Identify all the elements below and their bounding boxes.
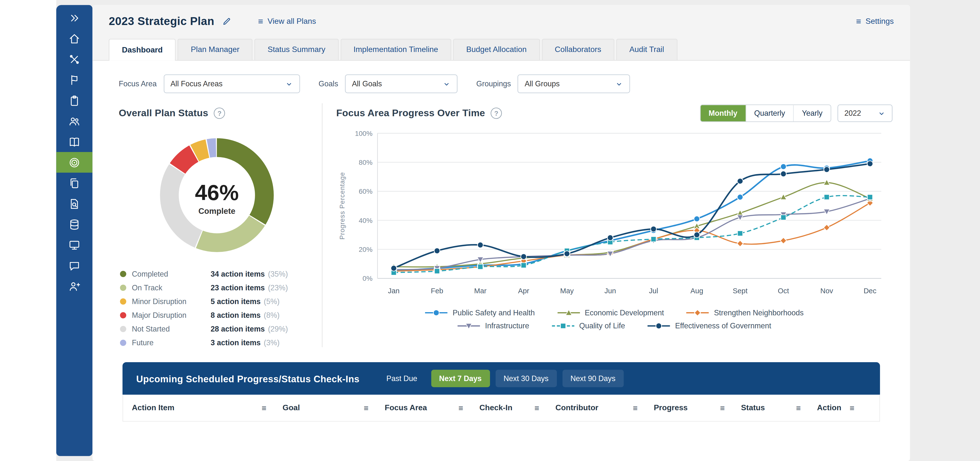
left-gutter — [0, 0, 56, 461]
legend-label: Major Disruption — [132, 311, 210, 320]
filter-groupings: GroupingsAll Groups — [476, 75, 630, 93]
tab-budget-allocation[interactable]: Budget Allocation — [453, 39, 540, 60]
legend-count: 23 action items — [211, 284, 265, 292]
settings-lines-icon: ≡ — [856, 17, 861, 26]
sidebar-item-user-plus[interactable] — [56, 276, 92, 297]
sidebar-item-tools[interactable] — [56, 49, 92, 69]
focus-area-select[interactable]: All Focus Areas — [164, 75, 300, 93]
page-title: 2023 Strategic Plan — [109, 15, 215, 28]
sidebar-item-copy[interactable] — [56, 172, 92, 193]
chart-controls: MonthlyQuarterlyYearly 2022 — [700, 104, 892, 122]
sidebar-item-flag[interactable] — [56, 69, 92, 90]
legend-percent: (23%) — [268, 284, 288, 292]
sidebar-item-database[interactable] — [56, 214, 92, 234]
svg-text:20%: 20% — [359, 246, 372, 253]
chart-legend-economic-development[interactable]: Economic Development — [557, 308, 664, 317]
svg-text:Jan: Jan — [388, 287, 399, 295]
tab-audit-trail[interactable]: Audit Trail — [616, 39, 677, 60]
column-menu-icon[interactable]: ≡ — [720, 403, 725, 412]
donut-chart-wrap: 46%Complete — [119, 131, 314, 260]
edit-plan-name-button[interactable] — [222, 16, 232, 26]
chart-legend-strengthen-neighborhoods[interactable]: Strengthen Neighborhoods — [686, 308, 803, 317]
column-header-action-item[interactable]: Action Item≡ — [132, 403, 283, 412]
range-toggle: MonthlyQuarterlyYearly — [700, 104, 831, 122]
legend-marker-icon — [648, 322, 670, 330]
chart-legend-public-safety-and-health[interactable]: Public Safety and Health — [425, 308, 535, 317]
checkins-filter-past-due[interactable]: Past Due — [378, 370, 425, 387]
svg-text:Oct: Oct — [778, 287, 789, 295]
sidebar-item-file-search[interactable] — [56, 193, 92, 214]
column-menu-icon[interactable]: ≡ — [850, 403, 854, 412]
legend-item-on-track: On Track23 action items(23%) — [120, 284, 314, 292]
sidebar-item-monitor[interactable] — [56, 234, 92, 255]
legend-label: Minor Disruption — [132, 297, 210, 306]
dashboard-panels: Overall Plan Status ? 46%Complete Comple… — [110, 103, 892, 347]
series-line-economic-development — [394, 183, 870, 267]
sidebar-item-team[interactable] — [56, 111, 92, 131]
copy-icon — [68, 177, 81, 189]
main-panel: Focus AreaAll Focus AreasGoalsAll GoalsG… — [92, 75, 910, 422]
tab-collaborators[interactable]: Collaborators — [542, 39, 614, 60]
column-header-check-in[interactable]: Check-In≡ — [479, 403, 555, 412]
donut-center-value: 46% — [195, 180, 239, 205]
column-menu-icon[interactable]: ≡ — [633, 403, 638, 412]
groupings-select[interactable]: All Groups — [518, 75, 630, 93]
column-header-progress[interactable]: Progress≡ — [654, 403, 741, 412]
flag-icon — [68, 73, 81, 86]
svg-text:Jul: Jul — [649, 287, 658, 295]
column-header-focus-area[interactable]: Focus Area≡ — [385, 403, 479, 412]
donut-legend: Completed34 action items(35%)On Track23 … — [119, 270, 314, 347]
settings-button[interactable]: ≡ Settings — [856, 17, 894, 26]
tab-dashboard[interactable]: Dashboard — [109, 39, 176, 61]
checkins-filter-next-30-days[interactable]: Next 30 Days — [495, 370, 557, 387]
column-header-goal[interactable]: Goal≡ — [283, 403, 385, 412]
chart-legend-infrastructure[interactable]: Infrastructure — [457, 321, 529, 330]
column-label: Action — [817, 404, 841, 412]
checkins-filter-next-90-days[interactable]: Next 90 Days — [562, 370, 624, 387]
column-menu-icon[interactable]: ≡ — [535, 403, 539, 412]
help-icon[interactable]: ? — [214, 108, 225, 119]
column-header-action[interactable]: Action≡ — [817, 403, 871, 412]
legend-label: Future — [132, 338, 210, 347]
year-select[interactable]: 2022 — [837, 104, 892, 122]
svg-text:May: May — [560, 287, 574, 295]
checkins-filter-next-7-days[interactable]: Next 7 Days — [431, 370, 490, 387]
tab-status-summary[interactable]: Status Summary — [255, 39, 339, 60]
sidebar-item-chat[interactable] — [56, 255, 92, 276]
legend-item-not-started: Not Started28 action items(29%) — [120, 325, 314, 333]
overall-plan-status-panel: Overall Plan Status ? 46%Complete Comple… — [110, 103, 323, 347]
column-menu-icon[interactable]: ≡ — [364, 403, 369, 412]
legend-marker-icon — [686, 309, 709, 317]
chart-legend-quality-of-life[interactable]: Quality of Life — [552, 321, 625, 330]
tab-implementation-timeline[interactable]: Implementation Timeline — [340, 39, 451, 60]
column-header-contributor[interactable]: Contributor≡ — [555, 403, 654, 412]
legend-count: 28 action items — [211, 325, 265, 333]
tab-plan-manager[interactable]: Plan Manager — [178, 39, 253, 60]
legend-label: Quality of Life — [579, 321, 625, 330]
sidebar-item-clipboard[interactable] — [56, 90, 92, 111]
svg-text:Progress Percentage: Progress Percentage — [339, 172, 346, 239]
sidebar-item-book[interactable] — [56, 131, 92, 152]
legend-item-completed: Completed34 action items(35%) — [120, 270, 314, 278]
sidebar-collapse-button[interactable] — [56, 8, 92, 28]
sidebar-item-target[interactable] — [56, 152, 92, 172]
focus-area-progress-title: Focus Area Progress Over Time — [336, 108, 485, 119]
legend-marker-icon — [425, 309, 448, 317]
legend-percent: (29%) — [268, 325, 288, 333]
chevron-down-icon — [285, 80, 293, 88]
view-all-plans-link[interactable]: ≡ View all Plans — [258, 17, 316, 26]
column-menu-icon[interactable]: ≡ — [262, 403, 266, 412]
help-icon[interactable]: ? — [491, 108, 502, 119]
goals-select[interactable]: All Goals — [345, 75, 457, 93]
chart-legend-effectiveness-of-government[interactable]: Effectiveness of Government — [648, 321, 771, 330]
tab-bar: DashboardPlan ManagerStatus SummaryImple… — [92, 38, 910, 61]
column-header-status[interactable]: Status≡ — [741, 403, 817, 412]
chevron-down-icon — [442, 80, 450, 88]
range-button-monthly[interactable]: Monthly — [700, 105, 746, 121]
sidebar-item-home[interactable] — [56, 28, 92, 49]
target-icon — [68, 156, 81, 169]
column-menu-icon[interactable]: ≡ — [458, 403, 463, 412]
range-button-quarterly[interactable]: Quarterly — [746, 105, 794, 121]
column-menu-icon[interactable]: ≡ — [796, 403, 801, 412]
range-button-yearly[interactable]: Yearly — [794, 105, 830, 121]
